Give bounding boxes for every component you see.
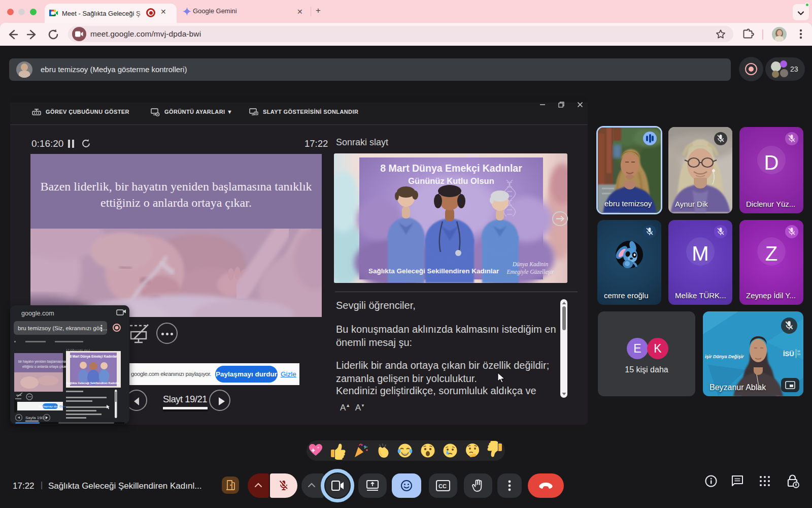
svg-text:bru temizsoy (Siz, ekranınızı: bru temizsoy (Siz, ekranınızı gös... <box>18 325 107 331</box>
svg-text:Ün: Ün <box>797 353 801 356</box>
svg-text:ettiğiniz o anlarda ortaya çık: ettiğiniz o anlarda ortaya çıkar <box>22 365 67 369</box>
svg-text:İSÜ: İSÜ <box>783 350 794 358</box>
svg-text:google.com: google.com <box>21 310 54 317</box>
svg-text:8 Mart Dünya Emekçi Kadınlar: 8 Mart Dünya Emekçi Kadınlar <box>70 355 117 359</box>
svg-text:Paylaşmayı durdur: Paylaşmayı durdur <box>39 405 62 408</box>
svg-text:Gizle: Gizle <box>59 405 66 408</box>
svg-text:CC: CC <box>438 483 447 489</box>
svg-text:Dünya Kadinin: Dünya Kadinin <box>512 261 549 268</box>
svg-text:işir Dünya Değişir: işir Dünya Değişir <box>705 354 744 359</box>
svg-text:Emegiyle Güzelleşir: Emegiyle Güzelleşir <box>506 269 554 275</box>
svg-text:8 Mart Dünya Emekçi Kadınlar: 8 Mart Dünya Emekçi Kadınlar <box>380 163 522 174</box>
svg-text:Sağlıkta Geleceği Sekillendire: Sağlıkta Geleceği Sekillendiren Kadınlar <box>66 382 120 385</box>
svg-text:Gününüz Kutlu Olsun: Gününüz Kutlu Olsun <box>408 176 494 185</box>
svg-text:Sağlıkta Geleceği Sekillendire: Sağlıkta Geleceği Sekillendiren Kadınlar <box>368 267 499 275</box>
